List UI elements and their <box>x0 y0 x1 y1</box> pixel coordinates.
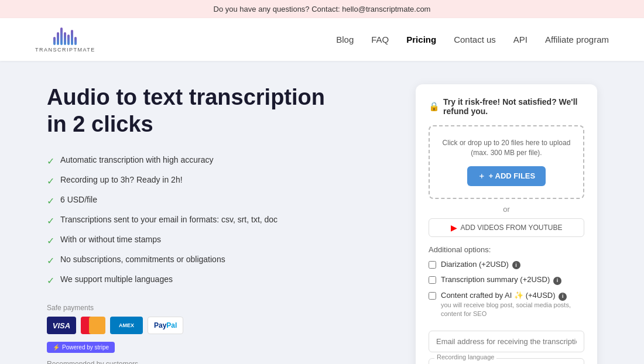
email-input[interactable] <box>429 331 584 352</box>
summary-info-icon[interactable]: i <box>553 277 561 285</box>
option-summary: Transcription summary (+2USD) i <box>429 275 584 285</box>
option-ai-content: Content crafted by AI ✨ (+4USD) i you wi… <box>429 291 584 317</box>
additional-options-label: Additional options: <box>429 245 584 254</box>
check-icon: ✓ <box>47 176 54 187</box>
ai-content-checkbox[interactable] <box>429 292 436 300</box>
lock-icon: 🔒 <box>429 101 440 112</box>
nav-contact[interactable]: Contact us <box>454 35 496 44</box>
option-diarization: Diarization (+2USD) i <box>429 260 584 270</box>
diarization-checkbox[interactable] <box>429 261 436 269</box>
logo-text: TRANSCRIPTMATE <box>35 47 95 53</box>
banner-text: Do you have any questions? Contact: hell… <box>214 5 431 13</box>
feature-item: ✓ Automatic transcription with high accu… <box>47 155 381 167</box>
nav-blog[interactable]: Blog <box>336 35 354 44</box>
nav-affiliate[interactable]: Affiliate program <box>545 35 609 44</box>
youtube-button[interactable]: ▶ ADD VIDEOS FROM YOUTUBE <box>429 218 584 237</box>
nav-pricing[interactable]: Pricing <box>406 35 436 44</box>
feature-item: ✓ We support multiple languages <box>47 274 381 286</box>
paypal-icon: PayPal <box>148 317 183 334</box>
nav-links: Blog FAQ Pricing Contact us API Affiliat… <box>336 35 609 45</box>
mastercard-icon <box>81 317 105 334</box>
payment-icons: VISA AMEX PayPal <box>47 317 381 334</box>
check-icon: ✓ <box>47 215 54 226</box>
visa-icon: VISA <box>47 317 76 334</box>
safe-payments-label: Safe payments <box>47 304 381 312</box>
stripe-icon: ⚡ <box>53 344 60 351</box>
feature-item: ✓ Recording up to 3h? Ready in 2h! <box>47 175 381 187</box>
ai-info-icon[interactable]: i <box>559 293 567 301</box>
check-icon: ✓ <box>47 255 54 266</box>
nav-api[interactable]: API <box>513 35 527 44</box>
top-banner: Do you have any questions? Contact: hell… <box>0 0 644 18</box>
youtube-icon: ▶ <box>451 223 457 232</box>
or-divider: or <box>429 205 584 214</box>
left-panel: Audio to text transcription in 2 clicks … <box>47 84 381 364</box>
upload-zone[interactable]: Click or drop up to 20 files here to upl… <box>429 125 584 199</box>
feature-list: ✓ Automatic transcription with high accu… <box>47 155 381 286</box>
check-icon: ✓ <box>47 195 54 207</box>
nav-faq[interactable]: FAQ <box>371 35 389 44</box>
feature-item: ✓ With or without time stamps <box>47 235 381 246</box>
navbar: TRANSCRIPTMATE Blog FAQ Pricing Contact … <box>0 18 644 61</box>
main-content: Audio to text transcription in 2 clicks … <box>0 61 644 364</box>
check-icon: ✓ <box>47 275 54 286</box>
amex-icon: AMEX <box>110 317 143 334</box>
feature-item: ✓ No subscriptions, commitments or oblig… <box>47 255 381 266</box>
hero-title: Audio to text transcription in 2 clicks <box>47 84 381 138</box>
stripe-badge: ⚡ Powered by stripe <box>47 342 115 353</box>
check-icon: ✓ <box>47 235 54 246</box>
plus-icon: ＋ <box>478 171 485 181</box>
diarization-info-icon[interactable]: i <box>512 261 520 269</box>
logo[interactable]: TRANSCRIPTMATE <box>35 26 95 53</box>
upload-text: Click or drop up to 20 files here to upl… <box>439 138 574 158</box>
add-files-button[interactable]: ＋ + ADD FILES <box>467 166 546 186</box>
right-panel: 🔒 Try it risk-free! Not satisfied? We'll… <box>416 84 597 364</box>
risk-free-banner: 🔒 Try it risk-free! Not satisfied? We'll… <box>429 97 584 116</box>
recommended-label: Recommended by customers <box>47 360 381 364</box>
language-select-wrapper: Recording language English Spanish Frenc… <box>429 358 584 364</box>
form-card: 🔒 Try it risk-free! Not satisfied? We'll… <box>416 84 597 364</box>
logo-icon <box>53 26 77 45</box>
language-label: Recording language <box>434 353 496 360</box>
feature-item: ✓ Transcriptions sent to your email in f… <box>47 215 381 226</box>
feature-item: ✓ 6 USD/file <box>47 195 381 207</box>
check-icon: ✓ <box>47 156 54 167</box>
summary-checkbox[interactable] <box>429 276 436 284</box>
